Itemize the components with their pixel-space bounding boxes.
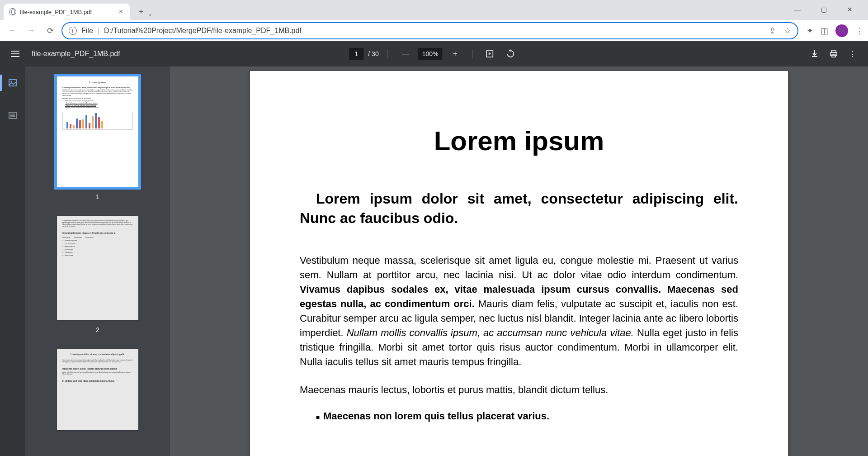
profile-avatar[interactable]: M [835,24,848,37]
mini-chart [62,112,133,130]
tab-title: file-example_PDF_1MB.pdf [20,9,113,15]
thumbnail-number: 1 [96,193,99,200]
download-icon [810,49,819,58]
svg-rect-2 [830,52,837,56]
more-button[interactable]: ⋮ [844,46,861,62]
browser-chrome: file-example_PDF_1MB.pdf × + ⌄ ― ▢ ✕ ← →… [0,0,868,41]
separator: | [98,27,99,35]
outline-tab[interactable] [5,107,21,124]
globe-icon [9,8,16,15]
new-tab-button[interactable]: + [135,5,147,18]
rotate-icon [506,49,515,58]
thumbnail-page-1[interactable]: Lorem ipsum Lorem ipsum dolor sit amet, … [57,76,138,187]
download-button[interactable] [807,46,823,62]
outline-icon [8,111,17,120]
rotate-button[interactable] [503,46,519,62]
address-bar[interactable]: i File | D:/Tutorial%20Project/MergePDF/… [61,22,798,39]
pdf-body: Lorem ipsum Lorem ipsum dolor sit amet, … [0,66,868,456]
hamburger-icon [11,51,19,57]
separator [388,49,388,58]
info-icon[interactable]: i [69,27,77,35]
paragraph-1: Vestibulum neque massa, scelerisque sit … [300,253,738,369]
bookmark-icon[interactable]: ☆ [784,26,791,36]
thumbnail-page-2[interactable]: In eleifend velit vitae libero sollicitu… [57,216,138,320]
tab-strip: file-example_PDF_1MB.pdf × + ⌄ ― ▢ ✕ [0,0,868,20]
url-path: D:/Tutorial%20Project/MergePDF/file-exam… [104,27,302,35]
browser-tab[interactable]: file-example_PDF_1MB.pdf × [4,4,130,20]
thumbnails-tab[interactable] [5,75,21,91]
thumbnail-page-3[interactable]: Lorem ipsum dolor sit amet, consectetur … [57,349,138,430]
page-number-input[interactable] [349,48,363,60]
bullet-list: Maecenas non lorem quis tellus placerat … [300,410,738,422]
chevron-down-icon[interactable]: ⌄ [147,10,153,17]
menu-button[interactable] [7,46,24,62]
extensions-icon[interactable]: ✦ [807,26,813,36]
maximize-button[interactable]: ▢ [814,4,834,15]
window-controls: ― ▢ ✕ [788,4,864,20]
url-scheme: File [81,27,93,35]
share-icon[interactable]: ⇪ [769,26,776,36]
active-indicator [0,75,2,91]
pdf-filename: file-example_PDF_1MB.pdf [32,50,120,58]
thumbnail-number: 2 [96,326,99,333]
zoom-out-button[interactable]: ― [397,46,414,62]
paragraph-2: Maecenas mauris lectus, lobortis et puru… [300,383,738,397]
fit-page-button[interactable] [482,46,498,62]
separator [472,49,473,58]
page-area[interactable]: Lorem ipsum Lorem ipsum dolor sit amet, … [170,66,868,456]
left-rail [0,66,25,456]
list-item: Maecenas non lorem quis tellus placerat … [323,410,738,422]
pdf-viewer: file-example_PDF_1MB.pdf / 30 ― + ⋮ Lore… [0,41,868,456]
close-window-button[interactable]: ✕ [840,4,860,15]
minimize-button[interactable]: ― [788,4,807,15]
fit-page-icon [486,49,495,58]
document-subtitle: Lorem ipsum dolor sit amet, consectetur … [300,189,738,228]
print-button[interactable] [826,46,842,62]
zoom-level-input[interactable] [418,48,443,60]
thumbnail-panel[interactable]: Lorem ipsum Lorem ipsum dolor sit amet, … [25,66,170,456]
sidepanel-icon[interactable]: ◫ [821,26,828,36]
image-icon [8,78,17,87]
page-total: / 30 [368,50,378,57]
document-title: Lorem ipsum [300,125,738,157]
back-button[interactable]: ← [5,23,20,38]
address-bar-row: ← → ⟳ i File | D:/Tutorial%20Project/Mer… [0,20,868,41]
forward-button[interactable]: → [24,23,39,38]
pdf-page: Lorem ipsum Lorem ipsum dolor sit amet, … [250,71,788,456]
print-icon [829,49,838,58]
zoom-in-button[interactable]: + [447,46,463,62]
browser-menu-icon[interactable]: ⋮ [855,26,863,36]
reload-button[interactable]: ⟳ [42,23,58,38]
pdf-toolbar: file-example_PDF_1MB.pdf / 30 ― + ⋮ [0,41,868,66]
close-icon[interactable]: × [117,7,125,17]
